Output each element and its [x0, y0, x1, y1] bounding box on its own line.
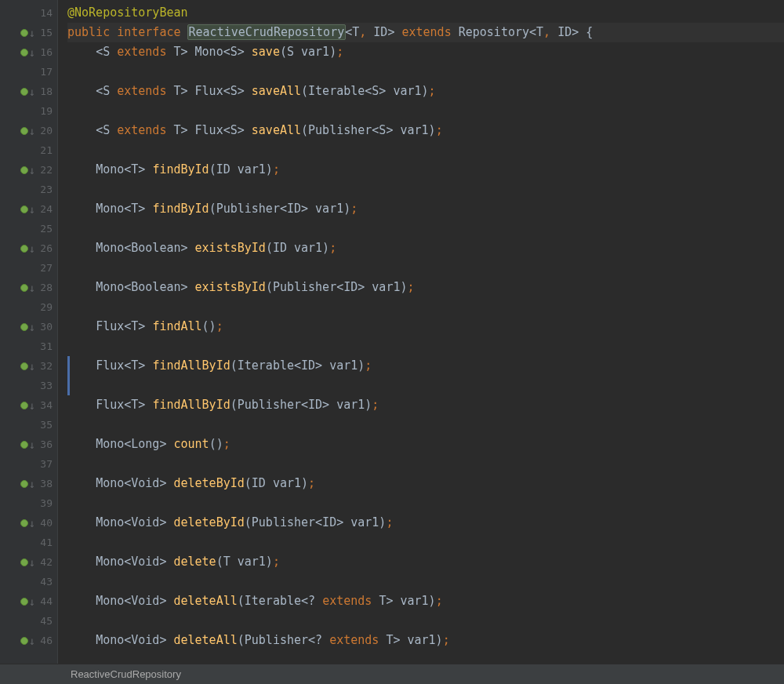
gutter-row[interactable]: ↓38: [0, 474, 57, 493]
gutter-row[interactable]: ↓40: [0, 513, 57, 533]
override-icon[interactable]: ↓: [20, 400, 35, 411]
gutter-row[interactable]: ↓44: [0, 591, 57, 611]
override-icon[interactable]: ↓: [20, 27, 35, 38]
code-line[interactable]: Mono<T> findById(Publisher<ID> var1);: [67, 199, 784, 219]
code-line[interactable]: [67, 572, 784, 591]
gutter-row[interactable]: 43: [0, 572, 57, 591]
gutter-row[interactable]: ↓34: [0, 395, 57, 415]
override-icon[interactable]: ↓: [20, 86, 35, 97]
code-line[interactable]: [67, 140, 784, 160]
override-icon[interactable]: ↓: [20, 361, 35, 372]
gutter-row[interactable]: ↓26: [0, 238, 57, 258]
gutter-row[interactable]: 29: [0, 297, 57, 317]
gutter-row[interactable]: 17: [0, 62, 57, 82]
code-line[interactable]: [67, 101, 784, 121]
change-marker-icon: [67, 356, 70, 376]
code-line[interactable]: [67, 258, 784, 278]
code-pane[interactable]: @NoRepositoryBeanpublic interface Reacti…: [58, 0, 784, 664]
gutter-row[interactable]: 27: [0, 258, 57, 278]
gutter-row[interactable]: 35: [0, 415, 57, 435]
gutter-row[interactable]: ↓22: [0, 160, 57, 180]
code-line[interactable]: [67, 62, 784, 82]
override-icon[interactable]: ↓: [20, 478, 35, 489]
override-icon[interactable]: ↓: [20, 596, 35, 607]
code-line[interactable]: Mono<Boolean> existsById(ID var1);: [67, 238, 784, 258]
token: ;: [223, 437, 230, 451]
override-icon[interactable]: ↓: [20, 165, 35, 176]
code-line[interactable]: [67, 180, 784, 199]
override-icon[interactable]: ↓: [20, 322, 35, 333]
code-line[interactable]: [67, 337, 784, 356]
gutter-row[interactable]: ↓46: [0, 631, 57, 650]
code-line[interactable]: Mono<Void> deleteAll(Publisher<? extends…: [67, 631, 784, 650]
token: ;: [216, 319, 223, 333]
code-line[interactable]: Flux<T> findAllById(Iterable<ID> var1);: [67, 356, 784, 376]
code-line[interactable]: Mono<Boolean> existsById(Publisher<ID> v…: [67, 278, 784, 297]
gutter-row[interactable]: 25: [0, 219, 57, 238]
override-icon[interactable]: ↓: [20, 243, 35, 254]
gutter-row[interactable]: 37: [0, 454, 57, 474]
token: ;: [436, 123, 443, 137]
override-icon[interactable]: ↓: [20, 557, 35, 568]
gutter-row[interactable]: 31: [0, 337, 57, 356]
code-line[interactable]: [67, 376, 784, 395]
code-line[interactable]: [67, 454, 784, 474]
code-line[interactable]: Mono<Long> count();: [67, 435, 784, 454]
breadcrumb-item[interactable]: ReactiveCrudRepository: [71, 668, 181, 680]
code-line[interactable]: <S extends T> Flux<S> saveAll(Iterable<S…: [67, 82, 784, 101]
token: interface: [117, 25, 187, 39]
breadcrumb-bar[interactable]: ReactiveCrudRepository: [0, 664, 784, 684]
code-line[interactable]: Mono<Void> deleteById(Publisher<ID> var1…: [67, 513, 784, 533]
gutter-row[interactable]: 19: [0, 101, 57, 121]
code-line[interactable]: Flux<T> findAll();: [67, 317, 784, 337]
override-icon[interactable]: ↓: [20, 126, 35, 136]
token: ;: [408, 280, 415, 294]
gutter-row[interactable]: 39: [0, 493, 57, 513]
code-line[interactable]: Mono<Void> delete(T var1);: [67, 552, 784, 572]
line-number: 24: [35, 203, 53, 215]
gutter-row[interactable]: 21: [0, 140, 57, 160]
override-icon[interactable]: ↓: [20, 518, 35, 529]
code-line[interactable]: [67, 611, 784, 631]
override-icon[interactable]: ↓: [20, 439, 35, 450]
gutter-row[interactable]: ↓42: [0, 552, 57, 572]
code-line[interactable]: <S extends T> Mono<S> save(S var1);: [67, 42, 784, 62]
code-line[interactable]: [67, 533, 784, 552]
override-icon[interactable]: ↓: [20, 635, 35, 646]
gutter-row[interactable]: ↓36: [0, 435, 57, 454]
gutter-row[interactable]: 33: [0, 376, 57, 395]
gutter-row[interactable]: ↓24: [0, 199, 57, 219]
code-line[interactable]: [67, 297, 784, 317]
code-line[interactable]: public interface ReactiveCrudRepository<…: [67, 23, 784, 42]
gutter-row[interactable]: 41: [0, 533, 57, 552]
gutter-row[interactable]: 23: [0, 180, 57, 199]
token: ;: [329, 241, 336, 255]
gutter-row[interactable]: 45: [0, 611, 57, 631]
override-icon[interactable]: ↓: [20, 204, 35, 215]
gutter[interactable]: 14↓15↓1617↓1819↓2021↓2223↓2425↓2627↓2829…: [0, 0, 58, 664]
code-line[interactable]: Mono<T> findById(ID var1);: [67, 160, 784, 180]
gutter-row[interactable]: ↓20: [0, 121, 57, 140]
token: findById: [152, 162, 209, 176]
gutter-row[interactable]: ↓28: [0, 278, 57, 297]
code-line[interactable]: Mono<Void> deleteById(ID var1);: [67, 474, 784, 493]
override-icon[interactable]: ↓: [20, 47, 35, 58]
gutter-row[interactable]: ↓16: [0, 42, 57, 62]
gutter-row[interactable]: ↓18: [0, 82, 57, 101]
code-line[interactable]: Flux<T> findAllById(Publisher<ID> var1);: [67, 395, 784, 415]
code-line[interactable]: [67, 219, 784, 238]
gutter-row[interactable]: ↓32: [0, 356, 57, 376]
override-icon[interactable]: ↓: [20, 282, 35, 293]
gutter-row[interactable]: ↓30: [0, 317, 57, 337]
code-line[interactable]: [67, 493, 784, 513]
gutter-row[interactable]: 14: [0, 3, 57, 23]
code-area: 14↓15↓1617↓1819↓2021↓2223↓2425↓2627↓2829…: [0, 0, 784, 664]
gutter-row[interactable]: ↓15: [0, 23, 57, 42]
line-number: 31: [35, 340, 53, 352]
code-line[interactable]: Mono<Void> deleteAll(Iterable<? extends …: [67, 591, 784, 611]
code-line[interactable]: <S extends T> Flux<S> saveAll(Publisher<…: [67, 121, 784, 140]
line-number: 28: [35, 282, 53, 293]
code-line[interactable]: [67, 415, 784, 435]
token: <S: [96, 123, 117, 137]
code-line[interactable]: @NoRepositoryBean: [67, 3, 784, 23]
